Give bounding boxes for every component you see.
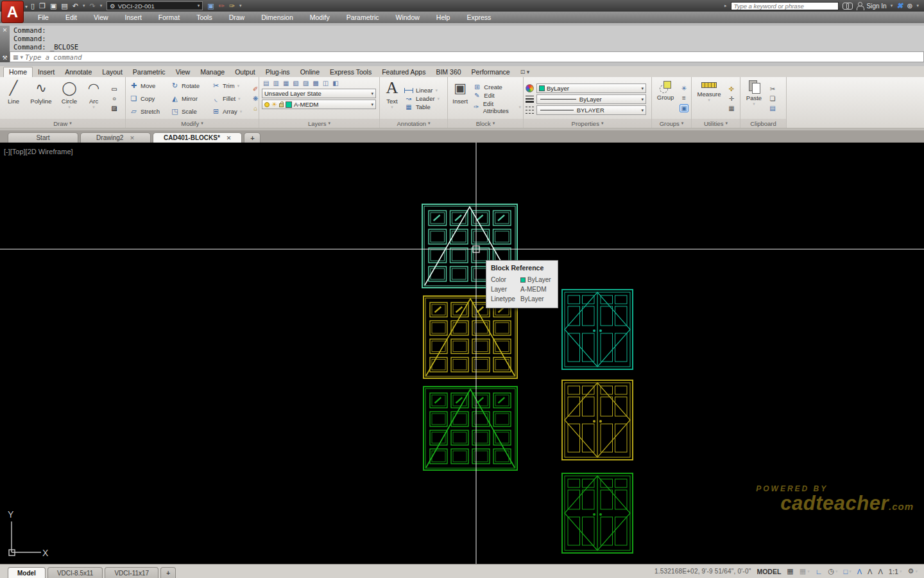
circle-button[interactable]: ◯Circle▾ xyxy=(57,78,81,119)
workspace-switcher[interactable]: ⚙ VDCI-2D-001 ▾ xyxy=(107,1,203,10)
id-point-icon[interactable]: ✛ xyxy=(729,95,734,102)
layout-tab-model[interactable]: Model xyxy=(8,567,46,578)
layer-dropdown[interactable]: ☀ A-MEDM ▾ xyxy=(262,100,376,109)
layer-properties-icon[interactable]: ▤ xyxy=(263,80,269,87)
quick-calc-icon[interactable]: ▦ xyxy=(728,105,734,112)
linear-dim-button[interactable]: Linear▾ xyxy=(404,87,440,94)
ribbon-tab-online[interactable]: Online xyxy=(295,67,325,77)
autoscale-icon[interactable]: Λ xyxy=(868,568,872,575)
panel-properties-footer[interactable]: Properties▾ xyxy=(524,119,651,128)
file-tab-drawing2[interactable]: Drawing2✕ xyxy=(80,132,151,143)
ribbon-tab-layout[interactable]: Layout xyxy=(97,67,128,77)
menu-draw[interactable]: Draw xyxy=(221,13,253,21)
fillet-button[interactable]: ◟Fillet▾ xyxy=(210,92,251,105)
infocenter-flyout-icon[interactable]: ▸ xyxy=(724,3,727,8)
file-tab-cad401-close-icon[interactable]: ✕ xyxy=(227,135,232,141)
layer-walk-icon[interactable]: ◧ xyxy=(332,80,338,87)
drawing-canvas[interactable]: YX [-][Top][2D Wireframe] Block Referenc… xyxy=(0,143,924,564)
snap-mode-icon[interactable]: ▦▾ xyxy=(800,567,810,575)
annotation-scale-icon[interactable]: Λ xyxy=(878,568,882,575)
create-block-button[interactable]: ⊞Create xyxy=(472,83,521,91)
trim-button[interactable]: ✂Trim▾ xyxy=(210,80,251,92)
ungroup-icon[interactable]: ✳ xyxy=(681,85,687,92)
menu-insert[interactable]: Insert xyxy=(117,13,150,21)
stretch-button[interactable]: ▱Stretch xyxy=(128,105,169,118)
qsave-icon[interactable]: ▣ xyxy=(207,3,214,10)
lineweight-dropdown[interactable]: ByLayer ▾ xyxy=(536,94,646,104)
menu-express[interactable]: Express xyxy=(458,13,499,21)
linetype-icon[interactable] xyxy=(526,107,534,114)
command-input[interactable] xyxy=(25,53,921,61)
layer-state-dropdown[interactable]: Unsaved Layer State ▾ xyxy=(262,89,376,98)
layout-tab-vdci-85x11[interactable]: VDCI-8.5x11 xyxy=(47,567,103,578)
color-wheel-icon[interactable] xyxy=(526,84,534,92)
ribbon-tab-insert[interactable]: Insert xyxy=(33,67,60,77)
layer-freeze-icon[interactable]: ▧ xyxy=(293,80,298,87)
new-drawing-tab-button[interactable]: + xyxy=(244,132,261,143)
undo-caret-icon[interactable]: ▾ xyxy=(83,3,85,8)
object-color-dropdown[interactable]: ByLayer ▾ xyxy=(536,83,646,93)
redo-caret-icon[interactable]: ▾ xyxy=(100,3,103,8)
command-recent-caret-icon[interactable]: ▾ xyxy=(21,54,24,60)
redo-icon[interactable]: ↷ xyxy=(89,3,95,10)
open-file-icon[interactable]: ❐ xyxy=(39,3,46,10)
annotation-visibility-icon[interactable]: Λ xyxy=(857,568,862,575)
rectangle-tool-icon[interactable]: ▭ xyxy=(111,85,117,92)
layout-tab-vdci-11x17[interactable]: VDCI-11x17 xyxy=(105,567,158,578)
group-button[interactable]: Group xyxy=(654,78,677,119)
menu-format[interactable]: Format xyxy=(150,13,188,21)
ribbon-tab-output[interactable]: Output xyxy=(230,67,261,77)
ribbon-tab-express-tools[interactable]: Express Tools xyxy=(325,67,377,77)
search-binoculars-icon[interactable] xyxy=(843,3,853,9)
menu-view[interactable]: View xyxy=(85,13,117,21)
viewport-controls[interactable]: [-][Top][2D Wireframe] xyxy=(4,148,73,155)
polar-tracking-icon[interactable]: ◷▾ xyxy=(828,567,837,575)
hatch-tool-icon[interactable]: ▨ xyxy=(111,105,117,112)
menu-tools[interactable]: Tools xyxy=(188,13,221,21)
text-button[interactable]: AText▾ xyxy=(382,78,402,119)
insert-button[interactable]: ▣Insert xyxy=(450,78,470,119)
command-wrench-icon[interactable]: ⚒ xyxy=(2,55,7,61)
paste-special-icon[interactable]: ▤ xyxy=(769,105,775,112)
ribbon-tab-annotate[interactable]: Annotate xyxy=(60,67,97,77)
panel-draw-footer[interactable]: Draw▾ xyxy=(0,119,125,128)
undo-icon[interactable]: ↶ xyxy=(73,3,78,10)
ribbon-tab-bim360[interactable]: BIM 360 xyxy=(431,67,466,77)
menu-edit[interactable]: Edit xyxy=(57,13,85,21)
layer-match-icon[interactable]: ▨ xyxy=(303,80,309,87)
new-file-icon[interactable]: ▯ xyxy=(31,3,35,10)
linetype-dropdown[interactable]: BYLAYER ▾ xyxy=(536,105,646,115)
ribbon-tab-manage[interactable]: Manage xyxy=(195,67,230,77)
polyline-button[interactable]: ∿Polyline xyxy=(27,78,55,119)
offset-icon[interactable]: ⌂ xyxy=(253,105,257,112)
lineweight-icon[interactable] xyxy=(526,96,534,103)
array-button[interactable]: ⊞Array▾ xyxy=(210,105,251,118)
sign-in-link[interactable]: Sign In xyxy=(867,3,887,10)
line-button[interactable]: ╱Line xyxy=(2,78,25,119)
ortho-mode-icon[interactable]: ∟ xyxy=(816,568,823,575)
command-close-icon[interactable]: ✕ xyxy=(3,27,8,33)
menu-parametric[interactable]: Parametric xyxy=(338,13,388,21)
file-tab-start[interactable]: Start xyxy=(8,132,78,143)
panel-groups-footer[interactable]: Groups▾ xyxy=(652,119,691,128)
measure-button[interactable]: Measure▾ xyxy=(694,78,724,119)
group-edit-icon[interactable]: ≡ xyxy=(682,94,686,101)
exchange-apps-icon[interactable]: ✖ xyxy=(896,1,903,10)
markup-pen-icon[interactable]: ✏ xyxy=(219,3,225,10)
layer-prev-icon[interactable]: ▩ xyxy=(312,80,318,87)
panel-modify-footer[interactable]: Modify▾ xyxy=(126,119,259,128)
menu-modify[interactable]: Modify xyxy=(302,13,338,21)
menu-dimension[interactable]: Dimension xyxy=(253,13,302,21)
paste-button[interactable]: Paste▾ xyxy=(742,78,766,119)
ribbon-tab-featured-apps[interactable]: Featured Apps xyxy=(377,67,431,77)
move-button[interactable]: ✚Move xyxy=(128,80,169,92)
ribbon-display-toggle-icon[interactable]: ⊡ ▾ xyxy=(520,69,530,77)
erase-icon[interactable]: ✐ xyxy=(253,85,258,92)
app-menu-button[interactable]: A xyxy=(1,1,24,23)
object-snap-icon[interactable]: □▾ xyxy=(844,568,851,575)
panel-annotation-footer[interactable]: Annotation▾ xyxy=(380,119,447,128)
customization-gear-icon[interactable]: ⚙▾ xyxy=(908,567,918,575)
menu-file[interactable]: File xyxy=(30,13,57,21)
scale-value[interactable]: 1:1▾ xyxy=(889,568,902,575)
cut-icon[interactable]: ✂ xyxy=(770,85,775,92)
